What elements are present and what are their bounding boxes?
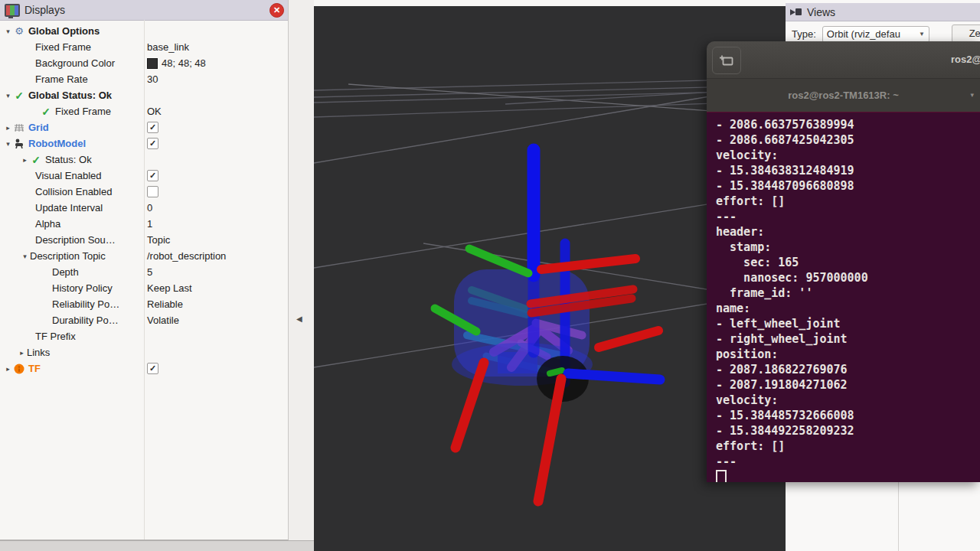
checkbox-checked[interactable]: ✓ <box>147 138 158 149</box>
terminal-line: sec: 165 <box>716 255 980 270</box>
splitter-collapse-icon[interactable]: ◀ <box>296 315 302 323</box>
checkbox-checked[interactable]: ✓ <box>147 170 158 181</box>
terminal-line: stamp: <box>716 240 980 255</box>
expander-down-icon[interactable]: ▾ <box>3 140 13 148</box>
panel-bottom-strip <box>0 540 314 551</box>
zero-button[interactable]: Zero <box>952 24 980 43</box>
terminal-tabbar[interactable]: ros2@ros2-TM1613R: ~ ▾ <box>707 79 980 112</box>
property-value[interactable]: Reliable <box>147 298 183 310</box>
checkbox-checked[interactable]: ✓ <box>147 122 158 133</box>
terminal-headerbar[interactable]: ros2@ros2-TM1613R: ~ <box>707 41 980 79</box>
tf-axis-x2 <box>599 331 658 347</box>
terminal-line: nanosec: 957000000 <box>716 270 980 285</box>
expander-down-icon[interactable]: ▾ <box>3 28 13 35</box>
view-type-label: Type: <box>792 28 816 40</box>
expander-right-icon[interactable]: ▸ <box>17 349 27 357</box>
terminal-tab[interactable]: ros2@ros2-TM1613R: ~ <box>707 79 980 112</box>
tab-list-chevron-icon[interactable]: ▾ <box>970 79 974 112</box>
tree-row[interactable]: TF Prefix <box>0 328 288 344</box>
property-value[interactable]: Keep Last <box>147 282 192 294</box>
expander-right-icon[interactable]: ▸ <box>3 124 13 132</box>
displays-titlebar[interactable]: Displays ✕ <box>0 0 288 21</box>
tree-row[interactable]: ✓Fixed FrameOK <box>0 103 288 119</box>
expander-down-icon[interactable]: ▾ <box>3 92 13 99</box>
property-value[interactable]: Topic <box>147 234 170 246</box>
views-panel-title: Views <box>807 6 835 18</box>
terminal-line: frame_id: '' <box>716 285 980 301</box>
tree-row[interactable]: Durability Po…Volatile <box>0 312 288 328</box>
views-titlebar[interactable]: Views <box>786 3 980 21</box>
tree-row[interactable]: Alpha1 <box>0 216 288 232</box>
tree-row[interactable]: Background Color48; 48; 48 <box>0 55 288 71</box>
tree-row[interactable]: ▸TF✓ <box>0 360 288 377</box>
expander-down-icon[interactable]: ▾ <box>20 253 30 260</box>
terminal-line: - right_wheel_joint <box>716 331 980 347</box>
tree-row[interactable]: ▾⚙Global Options <box>0 23 288 39</box>
tree-row[interactable]: Visual Enabled✓ <box>0 168 288 184</box>
property-label: Links <box>27 347 50 358</box>
green-check: ✓ <box>30 154 42 165</box>
tree-row[interactable]: ▸Grid✓ <box>0 119 288 135</box>
terminal-line: - 2086.6637576389994 <box>716 117 980 132</box>
terminal-line: position: <box>716 347 980 362</box>
terminal-line: name: <box>716 301 980 316</box>
view-type-dropdown[interactable]: Orbit (rviz_defau ▼ <box>822 26 929 43</box>
terminal-line: - 2086.6687425042305 <box>716 132 980 148</box>
tree-row[interactable]: ▾Description Topic/robot_description <box>0 248 288 264</box>
tree-row[interactable]: ▾✓Global Status: Ok <box>0 87 288 103</box>
property-value[interactable]: OK <box>147 106 162 117</box>
property-label: History Policy <box>52 282 113 294</box>
terminal-window-title: ros2@ros2-TM1613R: ~ <box>951 41 980 78</box>
property-value[interactable]: base_link <box>147 41 189 53</box>
property-label: Fixed Frame <box>35 41 91 53</box>
property-value[interactable]: 30 <box>147 73 158 85</box>
property-value[interactable]: Volatile <box>147 315 179 326</box>
new-tab-icon <box>719 54 734 67</box>
tree-row[interactable]: Description Sou…Topic <box>0 232 288 248</box>
new-tab-button[interactable] <box>712 47 741 74</box>
grid-icon <box>13 122 25 133</box>
tf-axis-wheel-blue <box>568 373 660 380</box>
tree-row[interactable]: Collision Enabled <box>0 184 288 200</box>
gear-icon: ⚙ <box>13 25 25 37</box>
tree-row[interactable]: History PolicyKeep Last <box>0 280 288 296</box>
tree-row[interactable]: Reliability Po…Reliable <box>0 296 288 312</box>
property-value[interactable]: 48; 48; 48 <box>162 57 206 69</box>
tree-row[interactable]: Update Interval0 <box>0 200 288 216</box>
displays-tree: ▾⚙Global OptionsFixed Framebase_linkBack… <box>0 21 288 377</box>
property-value[interactable]: /robot_description <box>147 250 226 262</box>
green-check: ✓ <box>13 90 25 101</box>
terminal-line: velocity: <box>716 148 980 163</box>
terminal-output[interactable]: - 2086.6637576389994- 2086.6687425042305… <box>707 112 980 482</box>
terminal-cursor <box>716 470 727 482</box>
tree-row[interactable]: ▾RobotModel✓ <box>0 135 288 152</box>
terminal-line: - 2087.186822769076 <box>716 362 980 377</box>
terminal-window[interactable]: ros2@ros2-TM1613R: ~ ros2@ros2-TM1613R: … <box>707 41 980 482</box>
tree-row[interactable]: Fixed Framebase_link <box>0 39 288 55</box>
property-value[interactable]: 5 <box>147 266 152 278</box>
checkbox-unchecked[interactable] <box>147 186 158 197</box>
property-value[interactable]: 1 <box>147 218 152 230</box>
checkbox-checked[interactable]: ✓ <box>147 363 158 374</box>
close-icon[interactable]: ✕ <box>270 3 284 18</box>
property-label: Frame Rate <box>35 73 88 85</box>
terminal-line: - 15.384492258209232 <box>716 423 980 439</box>
tree-row[interactable]: Frame Rate30 <box>0 71 288 87</box>
tree-row[interactable]: ▸Links <box>0 344 288 360</box>
property-label: Background Color <box>35 57 115 69</box>
panel-splitter[interactable] <box>289 0 314 551</box>
property-label: Description Sou… <box>35 234 116 246</box>
tree-row[interactable]: Depth5 <box>0 264 288 280</box>
property-label: Status: Ok <box>45 154 92 165</box>
expander-right-icon[interactable]: ▸ <box>3 365 13 373</box>
tree-row[interactable]: ▸✓Status: Ok <box>0 152 288 168</box>
terminal-line: effort: [] <box>716 194 980 209</box>
chevron-down-icon: ▼ <box>919 31 925 37</box>
property-value[interactable]: 0 <box>147 202 152 214</box>
property-label: Grid <box>28 122 49 133</box>
color-swatch <box>147 58 158 69</box>
displays-panel-title: Displays <box>24 4 65 16</box>
terminal-line: - left_wheel_joint <box>716 316 980 331</box>
views-icon <box>790 8 802 16</box>
expander-right-icon[interactable]: ▸ <box>20 156 30 164</box>
